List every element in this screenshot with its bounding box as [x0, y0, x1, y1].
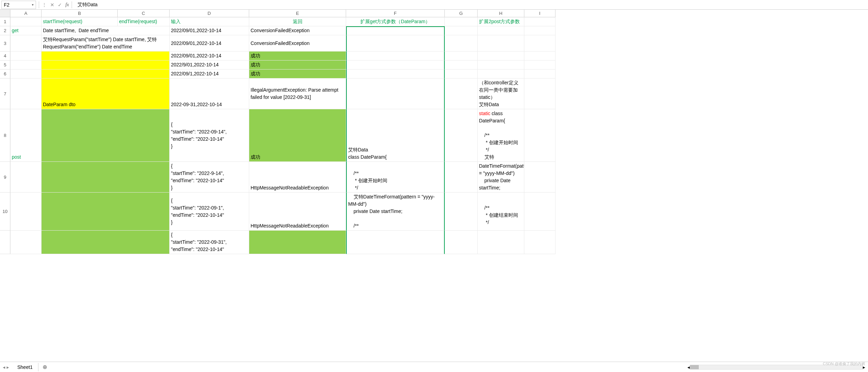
cell-F10[interactable]: 艾特DateTimeFormat(pattern = "yyyy-MM-dd")… — [346, 193, 445, 231]
cell-E4[interactable]: 成功 — [249, 52, 346, 61]
cell-I8[interactable] — [524, 109, 555, 162]
cell-I1[interactable] — [524, 17, 555, 26]
cell-G2[interactable] — [445, 26, 478, 35]
cell-I9[interactable] — [524, 162, 555, 193]
cell-G8[interactable] — [445, 109, 478, 162]
cell-D2[interactable]: 2022/09/01,2022-10-14 — [170, 26, 249, 35]
cell-E11[interactable] — [249, 231, 346, 254]
cell-B11[interactable] — [42, 231, 170, 254]
cell-F2[interactable] — [346, 26, 445, 35]
scroll-left-icon[interactable]: ◂ — [687, 364, 690, 370]
cell-H3[interactable] — [478, 35, 524, 52]
cell-D6[interactable]: 2022/09/1,2022-10-14 — [170, 69, 249, 78]
cell-A6[interactable] — [10, 69, 42, 78]
cell-E3[interactable]: ConversionFailedException — [249, 35, 346, 52]
col-header-D[interactable]: D — [170, 10, 249, 17]
cell-E8[interactable]: 成功 — [249, 109, 346, 162]
cell-A7[interactable] — [10, 78, 42, 109]
cell-E7[interactable]: IllegalArgumentException: Parse attempt … — [249, 78, 346, 109]
col-header-F[interactable]: F — [346, 10, 445, 17]
cell-B7[interactable]: DateParam dto — [42, 78, 170, 109]
cell-I6[interactable] — [524, 69, 555, 78]
cell-G11[interactable] — [445, 231, 478, 254]
cell-H2[interactable] — [478, 26, 524, 35]
cell-F11[interactable] — [346, 231, 445, 254]
row-header-5[interactable]: 5 — [0, 61, 10, 69]
cell-D10[interactable]: { "startTime": "2022-09-1", "endTime": "… — [170, 193, 249, 231]
cell-I2[interactable] — [524, 26, 555, 35]
row-header-9[interactable]: 9 — [0, 162, 10, 193]
col-header-C[interactable]: C — [118, 10, 170, 17]
col-header-E[interactable]: E — [249, 10, 346, 17]
cell-G1[interactable] — [445, 17, 478, 26]
cell-D4[interactable]: 2022/09/01,2022-10-14 — [170, 52, 249, 61]
tab-next-icon[interactable]: ▸ — [7, 364, 9, 370]
formula-input[interactable] — [75, 1, 868, 8]
row-header-8[interactable]: 8 — [0, 109, 10, 162]
cell-E6[interactable]: 成功 — [249, 69, 346, 78]
cell-E2[interactable]: ConversionFailedException — [249, 26, 346, 35]
cell-E9[interactable]: HttpMessageNotReadableException — [249, 162, 346, 193]
cell-D5[interactable]: 2022/9/01,2022-10-14 — [170, 61, 249, 69]
cell-B1[interactable]: startTime(request) — [42, 17, 118, 26]
spreadsheet-grid[interactable]: A B C D E F G H I 1 startTime(request) e… — [0, 10, 868, 362]
cancel-icon[interactable]: ✕ — [50, 2, 54, 8]
row-header-3[interactable]: 3 — [0, 35, 10, 52]
col-header-B[interactable]: B — [42, 10, 118, 17]
tab-prev-icon[interactable]: ◂ — [3, 364, 5, 370]
cell-G4[interactable] — [445, 52, 478, 61]
cell-A9[interactable] — [10, 162, 42, 193]
cell-A1[interactable] — [10, 17, 42, 26]
cell-B8[interactable] — [42, 109, 170, 162]
cell-H8[interactable]: static class DateParam{ /** * 创建开始时间 */ … — [478, 109, 524, 162]
cell-H6[interactable] — [478, 69, 524, 78]
cell-F9[interactable]: /** * 创建开始时间 */ — [346, 162, 445, 193]
cell-F4[interactable] — [346, 52, 445, 61]
scrollbar-thumb[interactable] — [690, 365, 699, 369]
col-header-H[interactable]: H — [478, 10, 524, 17]
fx-icon[interactable]: fx — [65, 2, 69, 8]
cell-D9[interactable]: { "startTime": "2022-9-14", "endTime": "… — [170, 162, 249, 193]
row-header-7[interactable]: 7 — [0, 78, 10, 109]
cell-H9[interactable]: DateTimeFormat(pattern = "yyyy-MM-dd") p… — [478, 162, 524, 193]
cell-G7[interactable] — [445, 78, 478, 109]
cell-G5[interactable] — [445, 61, 478, 69]
sheet-tab-active[interactable]: Sheet1 — [12, 363, 38, 371]
cell-E10[interactable]: HttpMessageNotReadableException — [249, 193, 346, 231]
cell-I4[interactable] — [524, 52, 555, 61]
select-all-corner[interactable] — [0, 10, 10, 17]
cell-F7[interactable] — [346, 78, 445, 109]
cell-A4[interactable] — [10, 52, 42, 61]
cell-A11[interactable] — [10, 231, 42, 254]
cell-F5[interactable] — [346, 61, 445, 69]
cell-D3[interactable]: 2022/09/01,2022-10-14 — [170, 35, 249, 52]
cell-I7[interactable] — [524, 78, 555, 109]
cell-F8[interactable]: 艾特Data class DateParam{ — [346, 109, 445, 162]
cell-A5[interactable] — [10, 61, 42, 69]
horizontal-scrollbar[interactable]: ◂ ▸ — [51, 364, 868, 370]
col-header-G[interactable]: G — [445, 10, 478, 17]
row-header-6[interactable]: 6 — [0, 69, 10, 78]
cell-A8[interactable]: post — [10, 109, 42, 162]
col-header-A[interactable]: A — [10, 10, 42, 17]
cell-I10[interactable] — [524, 193, 555, 231]
cell-G6[interactable] — [445, 69, 478, 78]
cell-B4[interactable] — [42, 52, 170, 61]
cell-G3[interactable] — [445, 35, 478, 52]
cell-H11[interactable] — [478, 231, 524, 254]
row-header-11[interactable] — [0, 231, 10, 254]
cell-G10[interactable] — [445, 193, 478, 231]
row-header-1[interactable]: 1 — [0, 17, 10, 26]
cell-G9[interactable] — [445, 162, 478, 193]
cell-C1[interactable]: endTime(request) — [118, 17, 170, 26]
cell-B3[interactable]: 艾特RequestParam("startTime") Date startTi… — [42, 35, 170, 52]
row-header-2[interactable]: 2 — [0, 26, 10, 35]
cell-B6[interactable] — [42, 69, 170, 78]
chevron-down-icon[interactable]: ▾ — [32, 3, 34, 7]
cell-E5[interactable]: 成功 — [249, 61, 346, 69]
cell-H10[interactable]: /** * 创建结束时间 */ — [478, 193, 524, 231]
row-header-4[interactable]: 4 — [0, 52, 10, 61]
cell-D8[interactable]: { "startTime": "2022-09-14", "endTime": … — [170, 109, 249, 162]
cell-D11[interactable]: { "startTime": "2022-09-31", "endTime": … — [170, 231, 249, 254]
cell-B5[interactable] — [42, 61, 170, 69]
